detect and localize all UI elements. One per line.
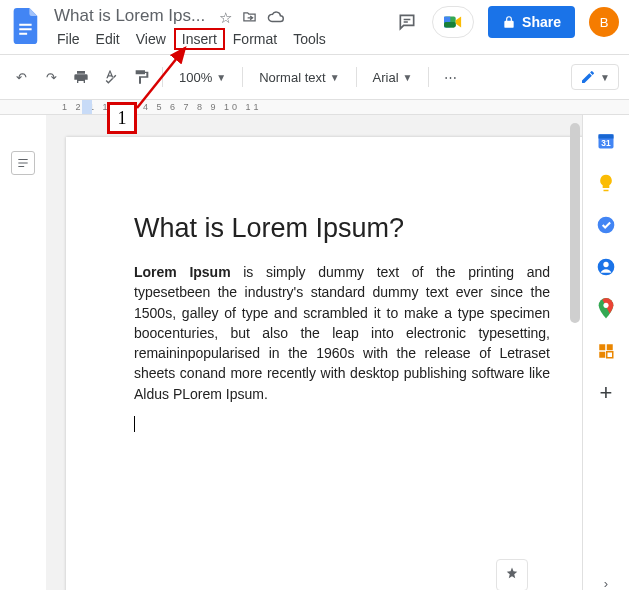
side-panel: 31 + › [582, 115, 629, 590]
svg-point-12 [603, 303, 608, 308]
svg-point-11 [603, 262, 608, 267]
svg-point-9 [598, 217, 615, 234]
star-icon[interactable]: ☆ [219, 9, 232, 27]
caret-down-icon: ▼ [600, 72, 610, 83]
maps-icon[interactable] [596, 299, 616, 319]
svg-rect-5 [444, 22, 456, 27]
menu-format[interactable]: Format [226, 29, 284, 49]
contacts-icon[interactable] [596, 257, 616, 277]
meet-button[interactable] [432, 6, 474, 38]
font-dropdown[interactable]: Arial▼ [367, 70, 419, 85]
doc-body-text: is simply dummy text of the printing and… [134, 264, 550, 402]
left-gutter [0, 115, 46, 590]
editing-mode-button[interactable]: ▼ [571, 64, 619, 90]
style-value: Normal text [259, 70, 325, 85]
more-icon[interactable]: ⋯ [439, 66, 461, 88]
title-bar: What is Lorem Ips... ☆ File Edit View In… [0, 0, 629, 55]
share-button[interactable]: Share [488, 6, 575, 38]
tasks-icon[interactable] [596, 215, 616, 235]
menu-bar: File Edit View Insert Format Tools [50, 29, 333, 49]
horizontal-ruler[interactable]: 1 2 1 1 2 3 4 5 6 7 8 9 10 11 [0, 100, 629, 115]
caret-down-icon: ▼ [403, 72, 413, 83]
caret-down-icon: ▼ [216, 72, 226, 83]
zoom-value: 100% [179, 70, 212, 85]
lock-icon [502, 15, 516, 29]
menu-edit[interactable]: Edit [89, 29, 127, 49]
pencil-icon [580, 69, 596, 85]
outline-toggle-icon[interactable] [11, 151, 35, 175]
menu-view[interactable]: View [129, 29, 173, 49]
docs-logo-icon[interactable] [10, 6, 42, 46]
document-title[interactable]: What is Lorem Ips... [50, 4, 209, 27]
doc-strong: Lorem Ipsum [134, 264, 231, 280]
vertical-scrollbar[interactable] [570, 123, 580, 323]
svg-text:31: 31 [601, 138, 611, 148]
doc-heading: What is Lorem Ipsum? [134, 213, 550, 244]
undo-icon[interactable]: ↶ [10, 66, 32, 88]
move-icon[interactable] [242, 9, 257, 27]
redo-icon[interactable]: ↷ [40, 66, 62, 88]
title-block: What is Lorem Ips... ☆ File Edit View In… [50, 6, 333, 49]
doc-paragraph: Lorem Ipsum is simply dummy text of the … [134, 262, 550, 404]
menu-file[interactable]: File [50, 29, 87, 49]
caret-down-icon: ▼ [330, 72, 340, 83]
share-label: Share [522, 14, 561, 30]
cloud-status-icon[interactable] [267, 9, 284, 27]
print-icon[interactable] [70, 66, 92, 88]
toolbar: ↶ ↷ 100%▼ Normal text▼ Arial▼ ⋯ ▼ [0, 55, 629, 100]
calendar-icon[interactable]: 31 [596, 131, 616, 151]
keep-icon[interactable] [596, 173, 616, 193]
svg-rect-2 [19, 33, 27, 35]
spellcheck-icon[interactable] [100, 66, 122, 88]
header-right: Share B [396, 6, 619, 38]
text-cursor [134, 416, 135, 432]
zoom-dropdown[interactable]: 100%▼ [173, 70, 232, 85]
document-page[interactable]: What is Lorem Ipsum? Lorem Ipsum is simp… [66, 137, 582, 590]
paint-format-icon[interactable] [130, 66, 152, 88]
styles-dropdown[interactable]: Normal text▼ [253, 70, 345, 85]
explore-button[interactable] [496, 559, 528, 590]
add-icon[interactable]: + [596, 383, 616, 403]
svg-rect-1 [19, 28, 31, 30]
menu-tools[interactable]: Tools [286, 29, 333, 49]
svg-rect-0 [19, 24, 31, 26]
collapse-panel-icon[interactable]: › [604, 576, 608, 590]
menu-insert[interactable]: Insert [175, 29, 224, 49]
addon-icon[interactable] [596, 341, 616, 361]
font-value: Arial [373, 70, 399, 85]
document-area: What is Lorem Ipsum? Lorem Ipsum is simp… [46, 115, 582, 590]
account-avatar[interactable]: B [589, 7, 619, 37]
comment-history-icon[interactable] [396, 11, 418, 33]
